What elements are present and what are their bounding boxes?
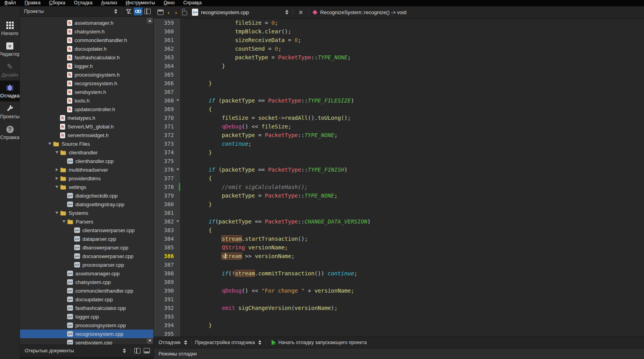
sort-updown-icon[interactable] xyxy=(111,7,120,15)
code-line-377[interactable]: 377{ xyxy=(154,174,644,183)
tree-item-serverlms-global.h[interactable]: hServerLMS_global.h xyxy=(20,122,153,131)
expander-open-icon[interactable] xyxy=(54,186,60,188)
code-line-372[interactable]: 372packetType = PacketType::TYPE_NONE; xyxy=(154,131,644,139)
hide-sidebar-icon[interactable] xyxy=(156,8,165,16)
split-add-icon[interactable] xyxy=(143,7,152,15)
filter-icon[interactable] xyxy=(124,7,133,15)
menu-item-правка[interactable]: Правка xyxy=(20,0,45,6)
code-line-369[interactable]: 369{ xyxy=(154,105,644,114)
forward-arrow-icon[interactable]: › xyxy=(172,9,180,15)
code-line-384[interactable]: 384stream.startTransaction(); xyxy=(154,234,644,243)
menu-item-инструменты[interactable]: Инструменты xyxy=(121,0,159,6)
code-line-383[interactable]: 383{ xyxy=(154,226,644,234)
code-line-366[interactable]: 366} xyxy=(154,79,644,88)
tree-item-dataparser.cpp[interactable]: c++dataparser.cpp xyxy=(20,234,153,243)
tree-item-tools.h[interactable]: htools.h xyxy=(20,96,153,105)
code-editor[interactable]: 359fileSize = 0;360tmpBlock.clear();361s… xyxy=(154,18,644,337)
code-line-391[interactable]: 391 xyxy=(154,295,644,304)
tree-item-assetsmanager.cpp[interactable]: c++assetsmanager.cpp xyxy=(20,269,153,278)
current-symbol-combo[interactable]: RecognizeSystem::recognize() -> void xyxy=(320,9,407,15)
tree-item-parsers[interactable]: Parsers xyxy=(20,217,153,226)
code-line-378[interactable]: 378//emit sigCalculateHash(); xyxy=(154,183,644,191)
tree-item-logger.h[interactable]: hlogger.h xyxy=(20,62,153,70)
tree-item-dialogsettingstray.cpp[interactable]: c++dialogsettingstray.cpp xyxy=(20,200,153,209)
tree-item-assetsmanager.h[interactable]: hassetsmanager.h xyxy=(20,18,153,27)
code-line-388[interactable]: 388if(!stream.commitTransaction()) conti… xyxy=(154,269,644,278)
tree-scroll-down-button[interactable] xyxy=(147,338,153,344)
code-line-392[interactable]: 392emit sigChangeVersion(versionName); xyxy=(154,304,644,312)
document-dropdown-icon[interactable] xyxy=(283,8,291,16)
back-arrow-icon[interactable]: ‹ xyxy=(165,9,172,15)
code-line-371[interactable]: 371qDebug() << fileSize; xyxy=(154,122,644,131)
code-line-376[interactable]: 376if (packetType == PacketType::TYPE_FI… xyxy=(154,165,644,174)
code-line-374[interactable]: 374} xyxy=(154,148,644,157)
mode-button-отладка[interactable]: Отладка xyxy=(0,81,20,101)
link-sync-icon[interactable] xyxy=(134,7,142,15)
tree-item-processparser.cpp[interactable]: c++processparser.cpp xyxy=(20,260,153,269)
expander-open-icon[interactable] xyxy=(47,143,53,145)
code-line-387[interactable]: 387 xyxy=(154,260,644,269)
tree-item-docsupdater.cpp[interactable]: c++docsupdater.cpp xyxy=(20,295,153,304)
tree-item-commonclienthandler.h[interactable]: hcommonclienthandler.h xyxy=(20,36,153,44)
tree-item-clienthandler.cpp[interactable]: c++clienthandler.cpp xyxy=(20,157,153,165)
tree-item-sendsystem.cpp[interactable]: c++sendsystem.cpp xyxy=(20,338,153,344)
code-line-363[interactable]: 363packetType = PacketType::TYPE_NONE; xyxy=(154,53,644,62)
debugger-combo[interactable]: Отладчик xyxy=(159,340,181,345)
code-line-381[interactable]: 381 xyxy=(154,209,644,217)
code-line-365[interactable]: 365 xyxy=(154,70,644,79)
tree-item-commonclienthandler.cpp[interactable]: c++commonclienthandler.cpp xyxy=(20,286,153,295)
tree-item-source-files[interactable]: Source Files xyxy=(20,139,153,148)
tree-item-docsupdater.h[interactable]: hdocsupdater.h xyxy=(20,44,153,53)
tree-item-dialogcheckdb.cpp[interactable]: c++dialogcheckdb.cpp xyxy=(20,191,153,200)
tree-item-serverlmswidget.h[interactable]: hserverlmswidget.h xyxy=(20,131,153,139)
code-line-362[interactable]: 362countSend = 0; xyxy=(154,44,644,53)
menu-item-окно[interactable]: Окно xyxy=(159,0,179,6)
expander-open-icon[interactable] xyxy=(54,212,60,214)
code-line-360[interactable]: 360tmpBlock.clear(); xyxy=(154,27,644,36)
tree-item-clienthandler[interactable]: clienthandler xyxy=(20,148,153,157)
code-line-370[interactable]: 370fileSize = socket->readAll().toULong(… xyxy=(154,114,644,122)
code-line-393[interactable]: 393 xyxy=(154,312,644,321)
tree-item-processingsystem.cpp[interactable]: c++processingsystem.cpp xyxy=(20,321,153,330)
tree-item-clientanswerparser.cpp[interactable]: c++clientanswerparser.cpp xyxy=(20,226,153,234)
fold-marker-icon[interactable] xyxy=(176,220,179,222)
start-debug-label[interactable]: Начать отладку запускающего проекта xyxy=(278,340,367,345)
tree-scroll-up-button[interactable] xyxy=(147,18,153,24)
debugger-combo-arrows[interactable] xyxy=(181,339,190,346)
code-line-368[interactable]: 368if (packetType == PacketType::TYPE_FI… xyxy=(154,96,644,105)
menu-item-сборка[interactable]: Сборка xyxy=(45,0,69,6)
code-line-394[interactable]: 394} xyxy=(154,321,644,330)
fold-marker-icon[interactable] xyxy=(176,169,179,170)
tree-item-sendsystem.h[interactable]: hsendsystem.h xyxy=(20,88,153,96)
tree-item-metatypes.h[interactable]: hmetatypes.h xyxy=(20,114,153,122)
tree-item-fasthashcalculator.h[interactable]: hfasthashcalculator.h xyxy=(20,53,153,62)
code-line-359[interactable]: 359fileSize = 0; xyxy=(154,18,644,27)
tree-item-chatsystem.h[interactable]: hchatsystem.h xyxy=(20,27,153,36)
menu-item-файл[interactable]: Файл xyxy=(0,0,20,6)
tree-item-logger.cpp[interactable]: c++logger.cpp xyxy=(20,312,153,321)
tree-item-settings[interactable]: settings xyxy=(20,183,153,191)
start-debug-icon[interactable] xyxy=(272,340,276,345)
close-document-icon[interactable]: ✕ xyxy=(295,9,307,15)
debug-preset-combo-arrows[interactable] xyxy=(255,339,264,346)
tree-item-updatecontroller.h[interactable]: hupdatecontroller.h xyxy=(20,105,153,114)
open-docs-split-add-icon[interactable] xyxy=(133,347,142,355)
tree-item-processingsystem.h[interactable]: hprocessingsystem.h xyxy=(20,70,153,79)
tree-item-recognizesystem.cpp[interactable]: c++recognizesystem.cpp xyxy=(20,330,153,338)
tree-item-fasthashcalculator.cpp[interactable]: c++fasthashcalculator.cpp xyxy=(20,304,153,312)
menu-item-анализ[interactable]: Анализ xyxy=(97,0,122,6)
code-line-367[interactable]: 367 xyxy=(154,88,644,96)
code-line-390[interactable]: 390qDebug() << "For change " + versionNa… xyxy=(154,286,644,295)
code-line-380[interactable]: 380} xyxy=(154,200,644,209)
expander-closed-icon[interactable] xyxy=(54,177,60,180)
mode-button-справка[interactable]: ?Справка xyxy=(0,122,20,143)
mode-button-начало[interactable]: Начало xyxy=(0,18,20,39)
menu-item-справка[interactable]: Справка xyxy=(179,0,206,6)
open-docs-collapse-icon[interactable] xyxy=(142,347,151,355)
tree-item-chatsystem.cpp[interactable]: c++chatsystem.cpp xyxy=(20,278,153,286)
code-line-361[interactable]: 361sizeReceiveData = 0; xyxy=(154,36,644,44)
mode-button-редактор[interactable]: ≡Редактор xyxy=(0,39,20,60)
tree-item-recognizesystem.h[interactable]: hrecognizesystem.h xyxy=(20,79,153,88)
tree-item-providerdblms[interactable]: providerdblms xyxy=(20,174,153,183)
open-file-name[interactable]: recognizesystem.cpp xyxy=(201,9,249,15)
